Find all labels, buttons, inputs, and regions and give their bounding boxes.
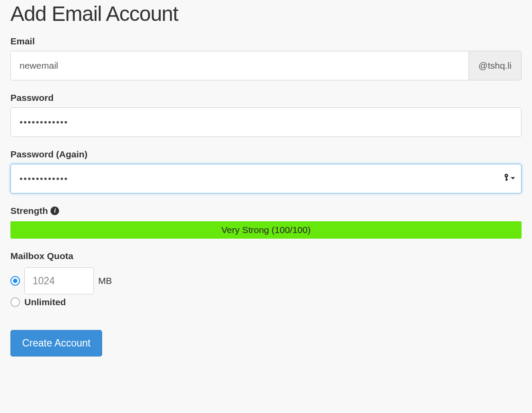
email-domain-suffix: @tshq.li (469, 51, 522, 80)
email-input-group: @tshq.li (10, 51, 522, 80)
info-icon[interactable]: i (50, 206, 59, 215)
password-generator-button[interactable] (503, 173, 515, 184)
quota-label: Mailbox Quota (10, 251, 522, 261)
quota-unlimited-label: Unlimited (24, 297, 66, 307)
strength-bar: Very Strong (100/100) (10, 221, 522, 239)
key-icon (503, 173, 509, 184)
svg-rect-2 (506, 177, 507, 181)
quota-group: Mailbox Quota MB Unlimited (10, 251, 522, 307)
email-input[interactable] (10, 51, 469, 80)
password-group: Password (10, 93, 522, 137)
quota-unit-label: MB (98, 276, 112, 286)
strength-group: Strength i Very Strong (100/100) (10, 206, 522, 239)
quota-unlimited-radio[interactable] (10, 297, 20, 307)
strength-label: Strength (10, 206, 48, 216)
svg-rect-3 (506, 179, 508, 180)
quota-limited-row: MB (10, 267, 522, 294)
quota-unlimited-row: Unlimited (10, 297, 522, 307)
password-again-group: Password (Again) (10, 149, 522, 193)
svg-point-1 (505, 175, 507, 176)
email-group: Email @tshq.li (10, 36, 522, 80)
email-label: Email (10, 36, 522, 47)
quota-value-input[interactable] (24, 267, 94, 294)
chevron-down-icon (510, 175, 515, 183)
quota-limited-radio[interactable] (10, 276, 20, 286)
create-account-button[interactable]: Create Account (10, 330, 102, 356)
password-again-label: Password (Again) (10, 149, 522, 160)
password-again-input[interactable] (10, 164, 522, 193)
page-title: Add Email Account (10, 2, 522, 26)
password-label: Password (10, 93, 522, 103)
password-input[interactable] (10, 107, 522, 137)
